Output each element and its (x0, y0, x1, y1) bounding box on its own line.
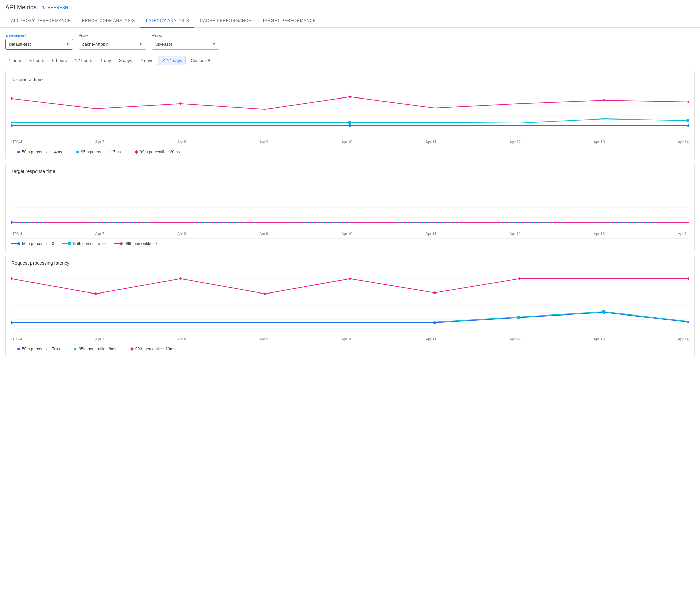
x-label-apr14: Apr 14 (678, 337, 688, 341)
time-12hours[interactable]: 12 hours (72, 56, 96, 65)
x-label-apr9: Apr 9 (259, 231, 268, 235)
environment-dropdown-arrow: ▼ (66, 42, 70, 46)
legend-99th: 99th percentile : 20ms (129, 150, 180, 154)
environment-filter-group: Environment default-test ▼ (5, 33, 73, 50)
x-label-apr11: Apr 11 (425, 231, 436, 235)
target-response-time-chart-section: Target response time UTC-4 Apr 7 Apr 8 A… (5, 163, 695, 252)
x-label-apr8: Apr 8 (177, 231, 186, 235)
svg-rect-7 (348, 121, 351, 124)
tab-api-proxy[interactable]: API PROXY PERFORMANCE (5, 14, 76, 28)
legend-req-99th-label: 99th percentile : 10ms (135, 347, 175, 352)
svg-point-5 (349, 124, 351, 127)
response-time-chart-section: Response time (5, 71, 695, 160)
time-filter-bar: 1 hour 3 hours 6 hours 12 hours 1 day 3 … (0, 53, 700, 69)
time-3hours[interactable]: 3 hours (26, 56, 48, 65)
x-label-apr7: Apr 7 (95, 337, 104, 341)
x-label-apr14: Apr 14 (678, 231, 688, 235)
request-processing-legend: 50th percentile : 7ms 95th percentile : … (11, 344, 689, 352)
x-label-utc: UTC-4 (11, 140, 22, 144)
nav-tabs: API PROXY PERFORMANCE ERROR CODE ANALYSI… (0, 14, 700, 28)
x-label-apr13: Apr 13 (594, 231, 605, 235)
legend-99th-label: 99th percentile : 20ms (140, 150, 180, 154)
region-label: Region (152, 33, 219, 37)
svg-marker-34 (433, 291, 436, 294)
x-label-utc: UTC-4 (11, 231, 22, 235)
legend-target-95th-label: 95th percentile : 0 (73, 241, 105, 246)
x-label-apr7: Apr 7 (95, 231, 104, 235)
target-response-time-title: Target response time (11, 169, 689, 174)
svg-rect-28 (602, 310, 605, 314)
legend-50th: 50th percentile : 14ms (11, 150, 62, 154)
legend-req-95th-label: 95th percentile : 8ms (78, 347, 116, 352)
tab-error-code[interactable]: ERROR CODE ANALYSIS (76, 14, 140, 28)
svg-marker-10 (179, 102, 183, 105)
target-response-time-chart (11, 177, 689, 231)
region-select[interactable]: us-east4 ▼ (152, 39, 219, 50)
x-label-apr7: Apr 7 (95, 140, 104, 144)
time-3days[interactable]: 3 days (116, 56, 135, 65)
page-header: API Metrics ↻ REFRESH (0, 0, 700, 14)
request-processing-x-axis: UTC-4 Apr 7 Apr 8 Apr 9 Apr 10 Apr 11 Ap… (11, 337, 689, 341)
svg-marker-35 (517, 277, 521, 280)
refresh-icon: ↻ (42, 5, 46, 11)
svg-marker-30 (94, 292, 97, 295)
legend-target-99th-label: 99th percentile : 0 (125, 241, 157, 246)
proxy-select[interactable]: cache-httpbin ▼ (78, 39, 146, 50)
svg-marker-33 (348, 277, 352, 280)
proxy-filter-group: Proxy cache-httpbin ▼ (78, 33, 146, 50)
x-label-utc: UTC-4 (11, 337, 22, 341)
legend-req-50th: 50th percentile : 7ms (11, 347, 60, 352)
request-processing-title: Request processing latency (11, 260, 689, 266)
svg-marker-13 (687, 100, 689, 103)
refresh-button[interactable]: ↻ REFRESH (42, 5, 68, 11)
filter-bar: Environment default-test ▼ Proxy cache-h… (0, 28, 700, 53)
response-time-chart (11, 85, 689, 139)
x-label-apr11: Apr 11 (425, 140, 436, 144)
tab-latency[interactable]: LATENCY ANALYSIS (140, 14, 195, 28)
x-label-apr9: Apr 9 (259, 337, 268, 341)
x-label-apr13: Apr 13 (594, 140, 605, 144)
x-label-apr9: Apr 9 (259, 140, 268, 144)
x-label-apr12: Apr 12 (510, 231, 521, 235)
x-label-apr12: Apr 12 (510, 140, 521, 144)
response-time-x-axis: UTC-4 Apr 7 Apr 8 Apr 9 Apr 10 Apr 11 Ap… (11, 140, 689, 144)
svg-marker-11 (348, 95, 352, 98)
svg-marker-12 (602, 99, 606, 101)
x-label-apr14: Apr 14 (678, 140, 688, 144)
legend-req-50th-label: 50th percentile : 7ms (22, 347, 60, 352)
time-14days[interactable]: ✓ 14 days (158, 56, 186, 65)
time-6hours[interactable]: 6 hours (49, 56, 70, 65)
legend-req-95th: 95th percentile : 8ms (68, 347, 116, 352)
target-response-legend: 50th percentile : 0 95th percentile : 0 … (11, 238, 689, 246)
svg-marker-29 (11, 277, 13, 280)
response-time-legend: 50th percentile : 14ms 95th percentile :… (11, 147, 689, 154)
svg-marker-31 (179, 277, 183, 280)
time-1hour[interactable]: 1 hour (5, 56, 25, 65)
svg-marker-9 (11, 97, 13, 100)
environment-select[interactable]: default-test ▼ (5, 39, 73, 50)
svg-marker-32 (263, 292, 267, 295)
request-processing-chart (11, 268, 689, 336)
svg-point-6 (687, 124, 689, 127)
svg-rect-8 (687, 119, 689, 122)
proxy-dropdown-arrow: ▼ (139, 42, 143, 46)
tab-target[interactable]: TARGET PERFORMANCE (257, 14, 322, 28)
legend-target-99th: 99th percentile : 0 (114, 241, 157, 246)
x-label-apr8: Apr 8 (177, 140, 186, 144)
legend-req-99th: 99th percentile : 10ms (125, 347, 175, 352)
legend-95th: 95th percentile : 17ms (70, 150, 121, 154)
time-custom[interactable]: Custom ▼ (187, 56, 214, 65)
request-processing-chart-section: Request processing latency (5, 254, 695, 357)
legend-95th-label: 95th percentile : 17ms (81, 150, 121, 154)
legend-target-50th-label: 50th percentile : 0 (22, 241, 54, 246)
x-label-apr8: Apr 8 (177, 337, 186, 341)
time-1day[interactable]: 1 day (97, 56, 114, 65)
custom-dropdown-arrow: ▼ (207, 58, 211, 63)
svg-point-4 (11, 124, 13, 127)
x-label-apr10: Apr 10 (342, 140, 352, 144)
tab-cache[interactable]: CACHE PERFORMANCE (194, 14, 257, 28)
page-title: API Metrics (5, 4, 37, 11)
x-label-apr13: Apr 13 (594, 337, 605, 341)
time-7days[interactable]: 7 days (137, 56, 156, 65)
response-time-title: Response time (11, 77, 689, 82)
